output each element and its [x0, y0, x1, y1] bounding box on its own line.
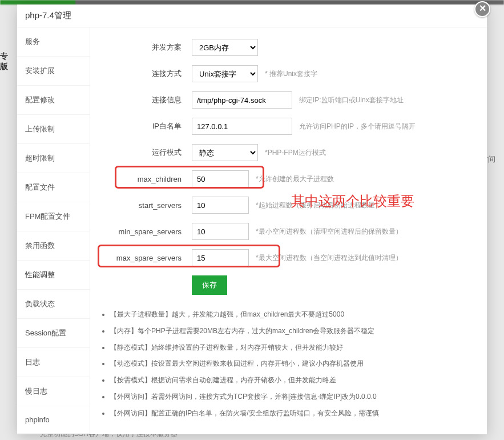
save-button[interactable]: 保存 [192, 275, 227, 295]
sidebar-item-0[interactable]: 服务 [17, 27, 90, 57]
note-item: 【按需模式】根据访问需求自动创建进程，内存开销极小，但并发能力略差 [110, 372, 481, 389]
sidebar-item-5[interactable]: 配置文件 [17, 173, 90, 202]
notes-list: 【最大子进程数量】越大，并发能力越强，但max_children最大不要超过50… [96, 306, 481, 422]
conn-type-label: 连接方式 [96, 69, 192, 79]
max-spare-input[interactable] [192, 249, 249, 266]
min-spare-label: min_spare_servers [96, 227, 192, 236]
note-item: 【最大子进程数量】越大，并发能力越强，但max_children最大不要超过50… [110, 306, 481, 323]
max-children-input[interactable] [192, 170, 249, 187]
max-children-label: max_children [96, 175, 192, 183]
sidebar-item-3[interactable]: 上传限制 [17, 115, 90, 144]
note-item: 【静态模式】始终维持设置的子进程数量，对内存开销较大，但并发能力较好 [110, 339, 481, 356]
close-icon[interactable]: ✕ [474, 1, 490, 17]
start-servers-label: start_servers [96, 201, 192, 210]
start-servers-hint: *起始进程数（服务启动后初始进程数量） [256, 201, 382, 210]
sidebar-item-4[interactable]: 超时限制 [17, 144, 90, 173]
sidebar-item-7[interactable]: 禁用函数 [17, 231, 90, 261]
sidebar-item-10[interactable]: Session配置 [17, 319, 90, 348]
bg-left-text: 专 版 [0, 51, 8, 72]
run-mode-select[interactable]: 静态 [192, 144, 258, 161]
sidebar-item-11[interactable]: 日志 [17, 348, 90, 377]
note-item: 【动态模式】按设置最大空闲进程数来收回进程，内存开销小，建议小内存机器使用 [110, 355, 481, 372]
php-manage-modal: ✕ php-7.4管理 服务安装扩展配置修改上传限制超时限制配置文件FPM配置文… [17, 5, 487, 434]
conn-type-select[interactable]: Unix套接字 [192, 65, 258, 82]
max-spare-hint: *最大空闲进程数（当空闲进程达到此值时清理） [256, 253, 402, 263]
sidebar-item-13[interactable]: phpinfo [17, 406, 90, 434]
sidebar: 服务安装扩展配置修改上传限制超时限制配置文件FPM配置文件禁用函数性能调整负载状… [17, 27, 90, 434]
min-spare-hint: *最小空闲进程数（清理空闲进程后的保留数量） [256, 227, 402, 237]
note-item: 【内存】每个PHP子进程需要20MB左右内存，过大的max_children会导… [110, 323, 481, 339]
conn-type-hint: * 推荐Unix套接字 [265, 69, 317, 79]
concurrency-select[interactable]: 2GB内存 [192, 39, 258, 56]
max-spare-label: max_spare_servers [96, 254, 192, 262]
content-panel: 并发方案 2GB内存 连接方式 Unix套接字 * 推荐Unix套接字 连接信息… [90, 27, 487, 434]
sidebar-item-1[interactable]: 安装扩展 [17, 57, 90, 86]
sidebar-item-6[interactable]: FPM配置文件 [17, 202, 90, 231]
conn-info-input[interactable] [192, 91, 292, 109]
ip-whitelist-label: IP白名单 [96, 121, 192, 131]
run-mode-label: 运行模式 [96, 147, 192, 158]
min-spare-input[interactable] [192, 223, 249, 240]
conn-info-label: 连接信息 [96, 95, 192, 105]
concurrency-label: 并发方案 [96, 42, 192, 53]
max-children-hint: *允许创建的最大子进程数 [256, 174, 334, 184]
sidebar-item-2[interactable]: 配置修改 [17, 86, 90, 115]
sidebar-item-8[interactable]: 性能调整 [17, 261, 90, 290]
ip-whitelist-hint: 允许访问PHP的IP，多个请用逗号隔开 [299, 122, 416, 131]
sidebar-item-9[interactable]: 负载状态 [17, 290, 90, 319]
conn-info-hint: 绑定IP:监听端口或Uinx套接字地址 [299, 95, 404, 105]
ip-whitelist-input[interactable] [192, 118, 292, 135]
start-servers-input[interactable] [192, 197, 249, 214]
note-item: 【外网访问】若需外网访问，连接方式为TCP套接字，并将[连接信息-绑定IP]改为… [110, 389, 481, 405]
sidebar-item-12[interactable]: 慢日志 [17, 377, 90, 406]
modal-title: php-7.4管理 [17, 5, 487, 27]
note-item: 【外网访问】配置正确的IP白名单，在防火墙/安全组放行监听端口，有安全风险，需谨… [110, 405, 481, 422]
run-mode-hint: *PHP-FPM运行模式 [265, 148, 326, 158]
